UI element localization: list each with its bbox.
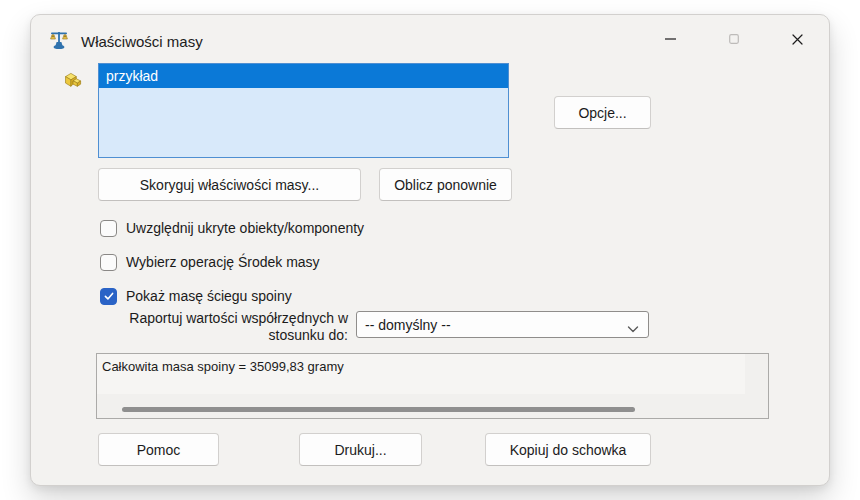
checkbox-weld-bead-mass[interactable] bbox=[100, 288, 117, 305]
checkbox-label: Uwzględnij ukryte obiekty/komponenty bbox=[126, 220, 364, 236]
maximize-button bbox=[712, 21, 756, 57]
close-button[interactable] bbox=[775, 21, 819, 57]
dropdown-selected-value: -- domyślny -- bbox=[365, 317, 451, 333]
document-listbox[interactable]: przykład bbox=[98, 63, 509, 158]
override-mass-properties-button[interactable]: Skoryguj właściwości masy... bbox=[98, 168, 361, 201]
checkbox-row-weld-bead-mass[interactable]: Pokaż masę ściegu spoiny bbox=[100, 287, 292, 305]
coordinate-system-dropdown[interactable]: -- domyślny -- bbox=[356, 311, 649, 338]
checkbox-center-of-mass[interactable] bbox=[100, 254, 117, 271]
list-item[interactable]: przykład bbox=[99, 64, 508, 88]
horizontal-scrollbar[interactable] bbox=[97, 404, 768, 416]
dialog-title: Właściwości masy bbox=[81, 30, 203, 54]
part-document-icon bbox=[58, 68, 86, 96]
checkbox-row-center-of-mass[interactable]: Wybierz operację Środek masy bbox=[100, 253, 320, 271]
print-button[interactable]: Drukuj... bbox=[299, 433, 422, 466]
balance-scale-icon bbox=[47, 28, 71, 52]
checkbox-label: Wybierz operację Środek masy bbox=[126, 254, 320, 270]
copy-to-clipboard-button[interactable]: Kopiuj do schowka bbox=[485, 433, 651, 466]
checkbox-row-hidden-bodies[interactable]: Uwzględnij ukryte obiekty/komponenty bbox=[100, 219, 364, 237]
results-panel: Całkowita masa spoiny = 35099,83 gramy bbox=[96, 353, 769, 419]
minimize-button[interactable] bbox=[648, 21, 692, 57]
checkbox-hidden-bodies[interactable] bbox=[100, 220, 117, 237]
help-button[interactable]: Pomoc bbox=[98, 433, 219, 466]
chevron-down-icon bbox=[627, 321, 639, 330]
scrollbar-thumb[interactable] bbox=[122, 407, 635, 412]
total-weld-mass-text: Całkowita masa spoiny = 35099,83 gramy bbox=[102, 359, 344, 374]
report-coordinates-label: Raportuj wartości współrzędnych w stosun… bbox=[104, 310, 348, 344]
recalculate-button[interactable]: Oblicz ponownie bbox=[379, 168, 512, 201]
mass-properties-dialog: Właściwości masy przykład Opcje... Skory… bbox=[30, 14, 830, 486]
checkbox-label: Pokaż masę ściegu spoiny bbox=[126, 288, 292, 304]
options-button[interactable]: Opcje... bbox=[554, 96, 651, 129]
